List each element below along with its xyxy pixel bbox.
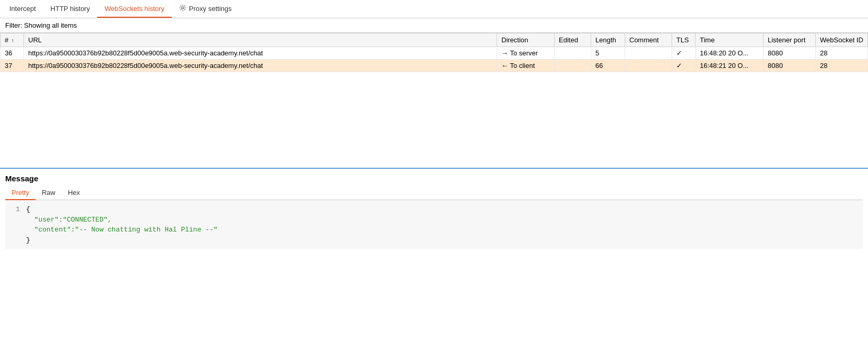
col-header-direction: Direction bbox=[497, 33, 555, 47]
cell-num: 37 bbox=[1, 60, 24, 72]
cell-edited bbox=[555, 60, 591, 72]
table-row[interactable]: 37https://0a9500030376b92b80228f5d00e900… bbox=[1, 60, 868, 72]
code-line-4: } bbox=[26, 235, 858, 246]
tab-websockets-history[interactable]: WebSockets history bbox=[97, 1, 172, 18]
cell-tls: ✓ bbox=[672, 47, 696, 60]
tab-intercept[interactable]: Intercept bbox=[2, 1, 43, 18]
col-header-url: URL bbox=[24, 33, 497, 47]
sort-arrow-num: ↑ bbox=[11, 38, 14, 43]
col-header-listener-port: Listener port bbox=[764, 33, 816, 47]
nav-tabs: Intercept HTTP history WebSockets histor… bbox=[0, 0, 868, 18]
cell-edited bbox=[555, 47, 591, 60]
cell-time: 16:48:21 20 O... bbox=[696, 60, 764, 72]
cell-comment bbox=[625, 47, 672, 60]
code-content: { "user":"CONNECTED", "content":"-- Now … bbox=[26, 204, 858, 245]
tab-http-history[interactable]: HTTP history bbox=[43, 1, 98, 18]
col-header-edited: Edited bbox=[555, 33, 591, 47]
cell-websocket-id: 28 bbox=[816, 60, 868, 72]
code-line-2: "user":"CONNECTED", bbox=[26, 215, 858, 225]
line-num-2 bbox=[10, 215, 20, 225]
tab-proxy-settings[interactable]: Proxy settings bbox=[172, 0, 239, 18]
cell-num: 36 bbox=[1, 47, 24, 60]
cell-websocket-id: 28 bbox=[816, 47, 868, 60]
col-header-length: Length bbox=[591, 33, 625, 47]
cell-listener-port: 8080 bbox=[764, 60, 816, 72]
table-row[interactable]: 36https://0a9500030376b92b80228f5d00e900… bbox=[1, 47, 868, 60]
col-header-num[interactable]: # ↑ bbox=[1, 33, 24, 47]
cell-listener-port: 8080 bbox=[764, 47, 816, 60]
line-num-3 bbox=[10, 225, 20, 235]
message-tabs: Pretty Raw Hex bbox=[5, 186, 863, 200]
col-header-time: Time bbox=[696, 33, 764, 47]
code-line-3: "content":"-- Now chatting with Hal Plin… bbox=[26, 225, 858, 235]
col-header-tls: TLS bbox=[672, 33, 696, 47]
svg-point-0 bbox=[182, 7, 184, 9]
line-num-4 bbox=[10, 235, 20, 246]
cell-length: 5 bbox=[591, 47, 625, 60]
filter-text: Filter: Showing all items bbox=[5, 21, 77, 29]
col-header-comment: Comment bbox=[625, 33, 672, 47]
cell-url: https://0a9500030376b92b80228f5d00e9005a… bbox=[24, 47, 497, 60]
cell-length: 66 bbox=[591, 60, 625, 72]
proxy-settings-label: Proxy settings bbox=[189, 5, 232, 13]
line-num-1: 1 bbox=[10, 204, 20, 215]
cell-comment bbox=[625, 60, 672, 72]
cell-direction: ← To client bbox=[497, 60, 555, 72]
code-area: 1 { "user":"CONNECTED", "content":"-- No… bbox=[5, 200, 863, 249]
cell-direction: → To server bbox=[497, 47, 555, 60]
col-header-websocket-id: WebSocket ID bbox=[816, 33, 868, 47]
message-tab-pretty[interactable]: Pretty bbox=[5, 186, 36, 200]
table-area: # ↑ URL Direction Edited Length Comment … bbox=[0, 33, 868, 169]
line-numbers: 1 bbox=[10, 204, 20, 245]
cell-url: https://0a9500030376b92b80228f5d00e9005a… bbox=[24, 60, 497, 72]
message-title: Message bbox=[5, 174, 863, 183]
websockets-table: # ↑ URL Direction Edited Length Comment … bbox=[0, 33, 868, 72]
cell-tls: ✓ bbox=[672, 60, 696, 72]
code-line-1: { bbox=[26, 204, 858, 215]
message-area: Message Pretty Raw Hex 1 { "user":"CONNE… bbox=[0, 169, 868, 249]
filter-bar: Filter: Showing all items bbox=[0, 18, 868, 33]
cell-time: 16:48:20 20 O... bbox=[696, 47, 764, 60]
table-header-row: # ↑ URL Direction Edited Length Comment … bbox=[1, 33, 868, 47]
message-tab-hex[interactable]: Hex bbox=[62, 186, 86, 200]
gear-icon bbox=[179, 4, 186, 13]
message-tab-raw[interactable]: Raw bbox=[36, 186, 62, 200]
